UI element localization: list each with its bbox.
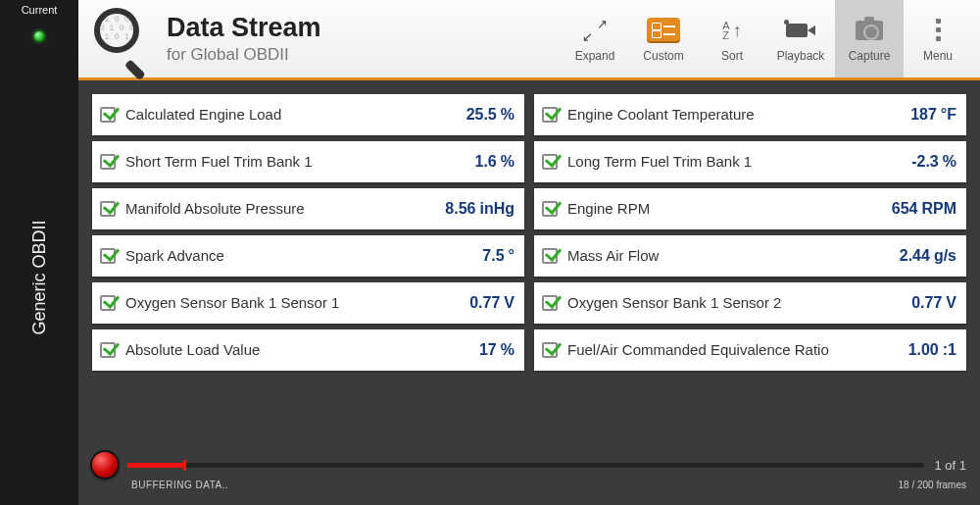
capture-button[interactable]: Capture [835, 0, 904, 77]
pid-value: 654RPM [892, 200, 956, 218]
pid-value: 2.44g/s [900, 247, 956, 265]
custom-list-icon [647, 18, 680, 43]
pid-value: 1.00:1 [908, 341, 956, 359]
pid-label: Engine RPM [567, 201, 892, 217]
pid-label: Oxygen Sensor Bank 1 Sensor 2 [567, 295, 911, 311]
pid-row[interactable]: Engine RPM654RPM [534, 188, 966, 229]
pid-value: 17% [479, 341, 514, 359]
checkbox-checked-icon[interactable] [542, 248, 558, 264]
page-title: Data Stream [167, 13, 321, 43]
status-led-icon [34, 31, 44, 41]
pid-row[interactable]: Oxygen Sensor Bank 1 Sensor 10.77V [92, 282, 524, 324]
menu-button[interactable]: Menu [904, 0, 972, 77]
pid-value: 25.5% [466, 106, 514, 124]
pid-row[interactable]: Spark Advance7.5° [92, 235, 524, 277]
camera-icon [856, 21, 883, 40]
pid-label: Mass Air Flow [567, 248, 900, 264]
pid-row[interactable]: Mass Air Flow2.44g/s [534, 235, 966, 277]
pid-label: Long Term Fuel Trim Bank 1 [567, 154, 911, 170]
pid-row[interactable]: Calculated Engine Load25.5% [92, 94, 524, 135]
checkbox-checked-icon[interactable] [542, 295, 558, 311]
frame-counter: 18 / 200 frames [899, 480, 966, 490]
pid-label: Calculated Engine Load [125, 107, 466, 123]
pid-value: 8.56inHg [445, 200, 514, 218]
pid-row[interactable]: Fuel/Air Commanded Equivalence Ratio1.00… [534, 329, 966, 371]
pid-row[interactable]: Oxygen Sensor Bank 1 Sensor 20.77V [534, 282, 966, 324]
pid-label: Short Term Fuel Trim Bank 1 [125, 154, 475, 170]
pid-label: Spark Advance [125, 248, 482, 264]
checkbox-checked-icon[interactable] [542, 154, 558, 170]
page-subtitle: for Global OBDII [167, 45, 321, 65]
pid-row[interactable]: Long Term Fuel Trim Bank 1-2.3% [534, 141, 966, 182]
pid-row[interactable]: Absolute Load Value17% [92, 329, 524, 371]
pid-row[interactable]: Manifold Absolute Pressure8.56inHg [92, 188, 524, 229]
checkbox-checked-icon[interactable] [100, 248, 116, 264]
checkbox-checked-icon[interactable] [100, 107, 116, 123]
buffer-status: BUFFERING DATA.. [131, 480, 228, 490]
pid-value: 0.77V [469, 294, 514, 312]
page-counter: 1 of 1 [934, 458, 966, 473]
checkbox-checked-icon[interactable] [100, 342, 116, 358]
rail-title: Generic OBDII [29, 221, 50, 335]
main-panel: 0 1 0 0 1 1 0 1 0 0 1 0 1 0 1 0 Data Str… [78, 0, 980, 505]
checkbox-checked-icon[interactable] [542, 201, 558, 217]
checkbox-checked-icon[interactable] [100, 295, 116, 311]
buffer-progress[interactable] [127, 463, 924, 468]
pid-label: Absolute Load Value [125, 342, 479, 358]
checkbox-checked-icon[interactable] [100, 154, 116, 170]
checkbox-checked-icon[interactable] [542, 107, 558, 123]
pid-label: Manifold Absolute Pressure [125, 201, 445, 217]
video-camera-icon [786, 21, 815, 40]
expand-icon [584, 20, 606, 41]
playback-button[interactable]: Playback [766, 0, 835, 77]
record-button[interactable] [92, 452, 118, 478]
pid-value: 7.5° [482, 247, 514, 265]
pid-row[interactable]: Engine Coolant Temperature187°F [534, 94, 966, 135]
pid-label: Oxygen Sensor Bank 1 Sensor 1 [125, 295, 469, 311]
checkbox-checked-icon[interactable] [542, 342, 558, 358]
pid-row[interactable]: Short Term Fuel Trim Bank 11.6% [92, 141, 524, 182]
footer: 1 of 1 BUFFERING DATA.. 18 / 200 frames [78, 450, 980, 505]
pid-value: 187°F [910, 106, 956, 124]
rail-tab-current[interactable]: Current [22, 4, 58, 16]
data-grid-area: Calculated Engine Load25.5%Engine Coolan… [78, 80, 980, 450]
left-rail: Current Generic OBDII [0, 0, 78, 505]
pid-value: 0.77V [911, 294, 956, 312]
toolbar: Expand Custom AZ ↑ Sort [561, 0, 972, 77]
pid-label: Fuel/Air Commanded Equivalence Ratio [567, 342, 908, 358]
custom-button[interactable]: Custom [629, 0, 698, 77]
expand-button[interactable]: Expand [561, 0, 629, 77]
pid-value: 1.6% [475, 153, 514, 171]
kebab-menu-icon [936, 19, 941, 41]
header: 0 1 0 0 1 1 0 1 0 0 1 0 1 0 1 0 Data Str… [78, 0, 980, 80]
pid-value: -2.3% [911, 153, 956, 171]
sort-icon: AZ ↑ [722, 21, 741, 40]
sort-button[interactable]: AZ ↑ Sort [698, 0, 766, 77]
checkbox-checked-icon[interactable] [100, 201, 116, 217]
magnifier-data-icon: 0 1 0 0 1 1 0 1 0 0 1 0 1 0 1 0 [92, 8, 155, 71]
pid-label: Engine Coolant Temperature [567, 107, 910, 123]
